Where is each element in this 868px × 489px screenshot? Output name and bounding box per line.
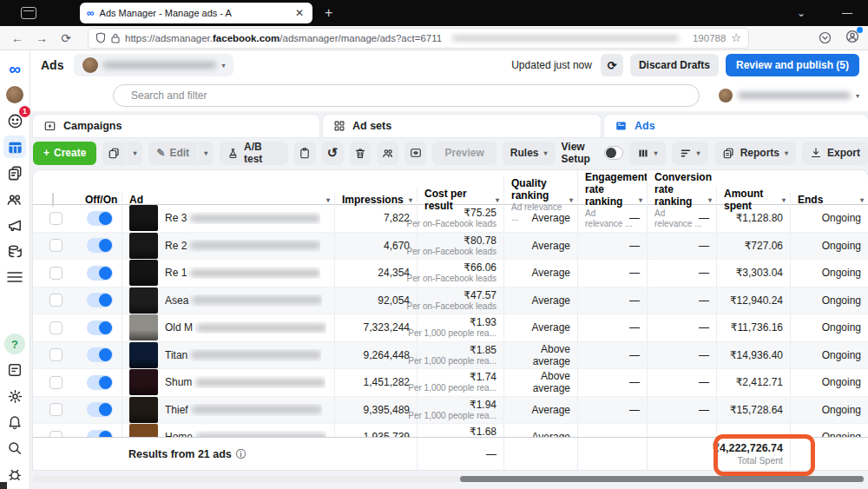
select-all-header[interactable] [33,193,78,208]
settings-gear-icon[interactable] [3,385,26,407]
ad-on-toggle[interactable] [87,238,113,253]
column-header-quality[interactable]: Quality rankingAd relevance ...▾ [503,176,577,225]
row-checkbox[interactable] [49,348,62,361]
row-toggle-cell [78,314,122,341]
tab-campaigns[interactable]: Campaigns [33,115,319,137]
notifications-bell-icon[interactable] [3,411,26,433]
shield-icon[interactable] [95,32,106,43]
sidebar-item-pages-icon[interactable] [3,162,26,184]
create-button[interactable]: +Create [33,142,96,165]
edit-caret[interactable]: ▾ [198,142,214,165]
ad-thumbnail [129,424,158,437]
feedback-icon[interactable] [3,359,26,381]
row-checkbox[interactable] [49,403,62,416]
ad-account-selector[interactable]: ▾ [74,54,233,76]
ad-name[interactable]: Re 1 [165,267,187,279]
search-icon[interactable] [3,437,26,459]
ad-name[interactable]: Re 3 [165,212,187,224]
ad-name[interactable]: Re 2 [165,240,187,252]
ad-on-toggle[interactable] [87,375,113,390]
scrollbar-thumb[interactable] [460,476,864,482]
ad-on-toggle[interactable] [87,430,113,437]
tab-ad-sets[interactable]: Ad sets [323,115,601,137]
row-checkbox[interactable] [49,294,62,307]
minimize-icon[interactable]: — [842,7,852,19]
account-avatar [82,57,98,73]
column-header-ad[interactable]: Ad▾ [122,193,334,208]
row-checkbox[interactable] [49,431,62,437]
refresh-button[interactable]: ⟳ [601,54,623,76]
pocket-icon[interactable] [819,31,832,44]
account-overview-icon[interactable]: 1 [3,109,26,132]
tab-ads[interactable]: Ads [604,115,868,137]
sidebar-item-billing-icon[interactable] [3,240,26,262]
rules-button[interactable]: Rules▾ [503,142,556,165]
row-checkbox[interactable] [49,376,62,389]
preview-button[interactable]: Preview [432,142,496,165]
view-setup-switch[interactable] [604,146,622,160]
ad-name[interactable]: Titan [165,349,187,361]
address-field[interactable]: https://adsmanager.facebook.com/adsmanag… [89,29,748,48]
ad-on-toggle[interactable] [87,347,113,362]
column-header-cost[interactable]: Cost per result▾ [417,187,503,215]
row-checkbox[interactable] [49,239,62,252]
ad-on-toggle[interactable] [87,266,113,281]
column-header-impressions[interactable]: Impressions▾ [334,193,417,208]
reload-button[interactable]: ⟳ [54,31,78,45]
column-header-conversion[interactable]: Conversion rate rankingAd relevance ...▾ [647,170,716,230]
bookmark-star-icon[interactable]: ☆ [731,31,741,44]
audience-button[interactable] [377,142,398,165]
column-header-engagement[interactable]: Engagement rate rankingAd relevance ...▾ [577,170,647,230]
ab-test-button[interactable]: A/B test [220,142,287,165]
profile-avatar[interactable] [3,83,26,106]
new-tab-button[interactable]: + [325,5,332,21]
reports-button[interactable]: Reports▾ [714,142,796,165]
firefox-view-icon[interactable] [21,7,36,19]
row-checkbox[interactable] [49,267,62,280]
ad-on-toggle[interactable] [87,293,113,307]
tab-close-icon[interactable]: ✕ [293,7,306,19]
secondary-account-selector[interactable]: ▾ [710,84,868,107]
duplicate-caret[interactable]: ▾ [127,142,142,165]
sidebar-item-audiences-icon[interactable] [3,188,26,210]
ad-name[interactable]: Old M [165,321,193,334]
open-in-window-button[interactable] [404,142,426,165]
column-header-amount[interactable]: Amount spent▾ [716,187,790,215]
sidebar-item-ads-manager[interactable] [3,135,26,158]
delete-button[interactable] [350,142,372,165]
horizontal-scrollbar[interactable] [33,476,865,482]
columns-button[interactable]: ▾ [629,142,666,165]
sidebar-item-all-tools-icon[interactable] [3,266,26,288]
ad-on-toggle[interactable] [87,402,113,417]
duplicate-button[interactable] [102,142,126,165]
help-icon[interactable]: ? [3,333,26,355]
review-publish-button[interactable]: Review and publish (5) [726,54,859,76]
forward-button[interactable]: → [30,31,54,45]
discard-drafts-button[interactable]: Discard Drafts [630,54,719,76]
ad-on-toggle[interactable] [87,320,113,335]
sidebar-item-promotions-icon[interactable] [3,214,26,236]
view-setup-toggle[interactable]: View Setup [562,141,623,165]
tab-list-chevron-icon[interactable]: ⌄ [797,7,806,19]
redacted-ad-name [192,296,322,304]
select-all-checkbox[interactable] [52,193,54,207]
row-checkbox[interactable] [49,212,62,225]
undo-button[interactable]: ↺ [322,142,344,165]
clipboard-button[interactable] [294,142,316,165]
edit-button[interactable]: ✎Edit [148,142,197,165]
ad-on-toggle[interactable] [87,211,113,226]
row-checkbox[interactable] [49,321,62,334]
table-row: Old M 7,323,244 ₹1.93Per 1,000 people re… [33,314,868,342]
ad-name[interactable]: Shum [165,376,192,388]
search-input[interactable]: Search and filter [113,84,700,107]
browser-tab[interactable]: ∞ Ads Manager - Manage ads - A ✕ [80,3,312,23]
back-button[interactable]: ← [5,31,30,45]
ad-name[interactable]: Home [165,431,193,437]
breakdown-button[interactable]: ▾ [672,142,708,165]
export-button[interactable]: Export [802,142,868,165]
browser-profile-icon[interactable] [845,30,859,46]
column-header-ends[interactable]: Ends▾ [790,193,868,208]
info-icon[interactable]: ⓘ [236,447,247,462]
ad-name[interactable]: Asea [165,294,188,307]
ad-name[interactable]: Thief [165,404,188,416]
